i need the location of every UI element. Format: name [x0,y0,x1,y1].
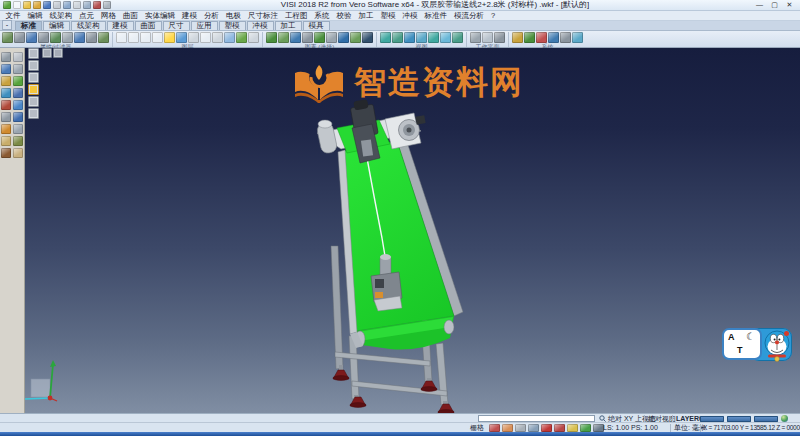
viewport-3d[interactable]: 智造资料网 [25,48,800,413]
ime-mode-indicator[interactable]: T [737,345,743,355]
tab-standard[interactable]: 标准 [15,21,42,30]
menu-modeling[interactable]: 建模 [179,11,201,20]
toolbar-icon[interactable] [13,64,23,74]
tab-surface[interactable]: 曲面 [135,21,162,30]
menu-dimension[interactable]: 尺寸标注 [245,11,282,20]
toolbar-icon[interactable] [380,32,391,43]
toolbar-icon[interactable] [13,52,23,62]
toolbar-icon[interactable] [212,32,223,43]
toolbar-icon[interactable] [452,32,463,43]
toolbar-icon[interactable] [13,148,23,158]
menu-help[interactable]: ? [488,11,499,20]
view-tool-button[interactable] [42,48,52,58]
menu-edit[interactable]: 编辑 [24,11,46,20]
toolbar-icon[interactable] [200,32,211,43]
toolbar-icon[interactable] [482,32,493,43]
toolbar-icon[interactable] [236,32,247,43]
view-tool-button[interactable] [53,48,63,58]
menu-electrode[interactable]: 电极 [223,11,245,20]
tab-modeling[interactable]: 建模 [107,21,134,30]
toolbar-icon[interactable] [560,32,571,43]
toolbar-icon[interactable] [1,52,11,62]
status-chip[interactable] [700,416,724,422]
snap-icon[interactable] [515,424,526,432]
snap-icon[interactable] [528,424,539,432]
toolbar-icon[interactable] [13,76,23,86]
toolbar-icon[interactable] [152,32,163,43]
toolbar-icon[interactable] [13,124,23,134]
tab-tooling[interactable]: 模具 [303,21,330,30]
toolbar-icon[interactable] [13,100,23,110]
toolbar-icon[interactable] [1,124,11,134]
snap-toggle[interactable]: 栅格 [470,424,484,432]
toolbar-icon[interactable] [548,32,559,43]
toolbar-icon[interactable] [350,32,361,43]
menu-surface[interactable]: 曲面 [120,11,142,20]
toolbar-icon[interactable] [536,32,547,43]
toolbar-icon[interactable] [416,32,427,43]
toolbar-icon[interactable] [1,64,11,74]
toolbar-icon[interactable] [248,32,259,43]
toolbar-icon[interactable] [338,32,349,43]
snap-icon[interactable] [502,424,513,432]
print-icon[interactable] [53,1,61,9]
view-tool-button[interactable] [28,48,39,59]
tab-machining[interactable]: 加工 [275,21,302,30]
view-tool-button-active[interactable] [28,84,39,95]
tab-edit[interactable]: 编辑 [43,21,70,30]
toolbar-icon[interactable] [224,32,235,43]
toolbar-icon[interactable] [86,32,97,43]
toolbar-icon[interactable] [13,112,23,122]
ime-widget[interactable]: A ☾ T [722,328,792,362]
open-file-icon[interactable] [23,1,31,9]
menu-analysis[interactable]: 分析 [201,11,223,20]
toolbar-icon[interactable] [1,112,11,122]
quickbar-dropdown-icon[interactable] [103,1,111,9]
toolbar-icon[interactable] [278,32,289,43]
menu-solid-edit[interactable]: 实体编辑 [142,11,179,20]
toolbar-icon[interactable] [50,32,61,43]
toolbar-icon[interactable] [572,32,583,43]
toolbar-icon[interactable] [140,32,151,43]
ime-english-indicator[interactable]: A [728,332,735,342]
tab-progress[interactable]: 冲模 [247,21,274,30]
toolbar-icon[interactable] [362,32,373,43]
collapse-tabs-button[interactable]: - [2,20,12,30]
toolbar-icon[interactable] [326,32,337,43]
menu-point[interactable]: 点元 [76,11,98,20]
menu-standard-parts[interactable]: 标准件 [421,11,451,20]
toolbar-icon[interactable] [1,76,11,86]
toolbar-icon[interactable] [266,32,277,43]
tab-wireframe[interactable]: 线架构 [71,21,106,30]
toolbar-icon[interactable] [188,32,199,43]
undo-icon[interactable] [83,1,91,9]
paste-icon[interactable] [73,1,81,9]
toolbar-icon[interactable] [14,32,25,43]
toolbar-icon[interactable] [440,32,451,43]
menu-mould[interactable]: 塑模 [377,11,399,20]
status-search-input[interactable] [478,415,595,422]
toolbar-icon[interactable] [290,32,301,43]
maximize-button[interactable]: ▢ [767,0,782,10]
view-tool-button[interactable] [28,60,39,71]
open-recent-icon[interactable] [33,1,41,9]
toolbar-icon[interactable] [512,32,523,43]
toolbar-icon[interactable] [116,32,127,43]
toolbar-icon[interactable] [74,32,85,43]
close-button[interactable]: ✕ [782,0,797,10]
toolbar-icon[interactable] [302,32,313,43]
menu-mesh[interactable]: 网格 [98,11,120,20]
menu-file[interactable]: 文件 [2,11,24,20]
tab-mould[interactable]: 塑模 [219,21,246,30]
menu-flow-analysis[interactable]: 模流分析 [451,11,488,20]
search-icon[interactable] [599,415,606,422]
toolbar-icon[interactable] [62,32,73,43]
toolbar-icon[interactable] [470,32,481,43]
menu-wireframe[interactable]: 线架构 [46,11,76,20]
menu-system[interactable]: 系统 [311,11,333,20]
toolbar-icon[interactable] [38,32,49,43]
menu-progress[interactable]: 冲模 [399,11,421,20]
moon-icon[interactable]: ☾ [746,331,755,342]
toolbar-icon[interactable] [524,32,535,43]
toolbar-icon[interactable] [13,136,23,146]
